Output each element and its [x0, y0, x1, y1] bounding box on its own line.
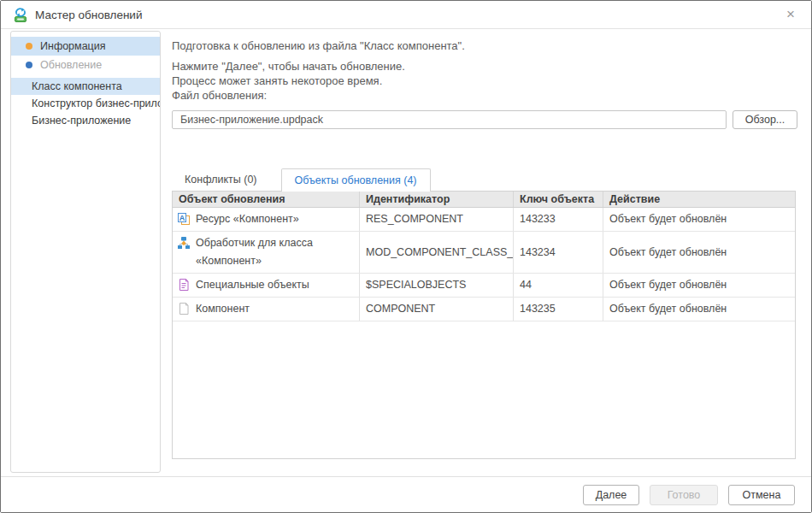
- object-identifier: $SPECIALOBJECTS: [360, 274, 514, 297]
- intro-line-1: Подготовка к обновлению из файла "Класс …: [172, 38, 465, 53]
- window-title: Мастер обновлений: [35, 9, 142, 21]
- tab-conflicts[interactable]: Конфликты (0): [172, 168, 270, 192]
- sidebar-item-label: Конструктор бизнес-прило...: [32, 97, 160, 109]
- column-header-object[interactable]: Объект обновления: [173, 192, 360, 207]
- object-name: Специальные объекты: [196, 276, 309, 294]
- object-key: 143235: [514, 298, 603, 321]
- sidebar-item-label: Обновление: [40, 59, 102, 71]
- table-row[interactable]: Обработчик для класса «Компонент» MOD_CO…: [173, 232, 795, 274]
- svg-text:A: A: [179, 214, 185, 222]
- update-objects-table: Объект обновления Идентификатор Ключ объ…: [172, 191, 796, 459]
- column-header-key[interactable]: Ключ объекта: [514, 192, 603, 207]
- object-action: Объект будет обновлён: [603, 298, 795, 321]
- object-key: 143234: [514, 232, 603, 273]
- tab-bar: Конфликты (0) Объекты обновления (4): [172, 168, 431, 191]
- file-row: Обзор...: [172, 110, 797, 129]
- sidebar-item-label: Бизнес-приложение: [32, 115, 131, 127]
- object-identifier: RES_COMPONENT: [360, 208, 514, 231]
- sidebar-item-label: Класс компонента: [32, 80, 122, 92]
- sidebar-item-business-app-designer[interactable]: Конструктор бизнес-прило...: [11, 95, 160, 112]
- orange-bullet-icon: [26, 43, 32, 50]
- browse-button[interactable]: Обзор...: [733, 110, 797, 129]
- update-wizard-dialog: Мастер обновлений × Информация Обновлени…: [0, 0, 812, 513]
- update-file-input[interactable]: [172, 110, 727, 129]
- table-row[interactable]: Специальные объекты $SPECIALOBJECTS 44 О…: [173, 274, 795, 298]
- table-header-row: Объект обновления Идентификатор Ключ объ…: [173, 192, 795, 208]
- file-field-label: Файл обновления:: [172, 89, 267, 102]
- blue-bullet-icon: [26, 62, 32, 68]
- object-identifier: MOD_COMPONENT_CLASS_HANDLER: [360, 232, 514, 273]
- intro-text: Подготовка к обновлению из файла "Класс …: [172, 38, 465, 88]
- table-row[interactable]: Компонент COMPONENT 143235 Объект будет …: [173, 298, 795, 321]
- object-name: Ресурс «Компонент»: [196, 210, 299, 228]
- column-header-action[interactable]: Действие: [603, 192, 795, 207]
- wizard-steps-sidebar: Информация Обновление Класс компонента К…: [10, 31, 161, 473]
- sidebar-item-component-class[interactable]: Класс компонента: [11, 78, 160, 95]
- intro-line-3: Процесс может занять некоторое время.: [172, 74, 465, 88]
- sidebar-item-update[interactable]: Обновление: [11, 56, 160, 74]
- table-row[interactable]: A Ресурс «Компонент» RES_COMPONENT 14323…: [173, 208, 795, 232]
- column-header-identifier[interactable]: Идентификатор: [360, 192, 514, 207]
- sidebar-item-information[interactable]: Информация: [11, 37, 160, 56]
- special-objects-icon: [177, 278, 191, 292]
- component-icon: [177, 302, 191, 315]
- object-name: Компонент: [196, 300, 250, 318]
- next-button[interactable]: Далее: [583, 485, 639, 505]
- titlebar: Мастер обновлений ×: [1, 1, 811, 29]
- object-identifier: COMPONENT: [360, 298, 514, 321]
- close-icon[interactable]: ×: [780, 5, 801, 26]
- content-area: Подготовка к обновлению из файла "Класс …: [172, 31, 797, 478]
- cancel-button[interactable]: Отмена: [728, 485, 795, 505]
- object-action: Объект будет обновлён: [603, 208, 795, 231]
- finish-button[interactable]: Готово: [650, 485, 718, 505]
- tab-update-objects[interactable]: Объекты обновления (4): [281, 168, 431, 192]
- dialog-footer: Далее Готово Отмена: [1, 476, 811, 512]
- intro-line-2: Нажмите "Далее", чтобы начать обновление…: [172, 59, 465, 74]
- object-action: Объект будет обновлён: [603, 274, 795, 297]
- handler-icon: [177, 236, 191, 250]
- resource-icon: A: [177, 212, 191, 226]
- update-wizard-icon: [12, 6, 29, 23]
- object-action: Объект будет обновлён: [603, 232, 795, 273]
- object-key: 44: [514, 274, 603, 297]
- object-name: Обработчик для класса «Компонент»: [196, 234, 352, 270]
- sidebar-item-label: Информация: [40, 40, 106, 52]
- object-key: 143233: [514, 208, 603, 231]
- sidebar-item-business-app[interactable]: Бизнес-приложение: [11, 112, 160, 129]
